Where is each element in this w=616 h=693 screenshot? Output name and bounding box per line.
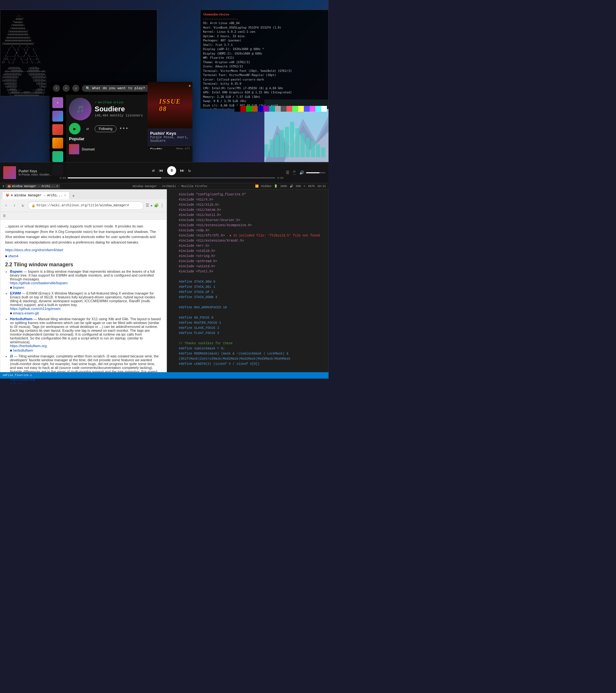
sysinfo-host: Host: VivoBook_ASUSLaptop X532FA S532FA …: [203, 26, 281, 29]
xfwm4-docs-link[interactable]: https://docs.xfce.org/xfce/xfwm4/start: [5, 248, 162, 253]
bspwm-title: Bspwm: [10, 270, 22, 273]
list-item-bspwm: Bspwm — bspwm is a tiling window manager…: [10, 270, 162, 290]
next-track-icon[interactable]: ⏭: [180, 168, 184, 173]
browser-menu-icon[interactable]: ⋮: [160, 203, 164, 208]
bspwm-aur-link[interactable]: ■ bspwm: [10, 285, 24, 290]
exwm-aur-link[interactable]: ■ emacs-exwm-git: [10, 311, 39, 315]
code-line: #include <pthread.h>: [170, 259, 326, 264]
volume-taskbar-level: 50%: [296, 185, 301, 188]
code-content: #include "config/config_fluorite.h" #inc…: [167, 190, 328, 375]
list-item-exwm: EXWM — EXWM (Emacs X Window Manager) is …: [10, 291, 162, 315]
brightness-icon: ☀: [303, 184, 305, 188]
sysinfo-separator: --------------------: [203, 17, 238, 21]
volume-icon[interactable]: 🔊: [299, 170, 304, 175]
code-line: #define MAX_WORKSPACES 10: [170, 305, 326, 310]
taskbar-window-title: Window manager - ArchWiki - Mozilla Fire…: [133, 185, 207, 188]
shuffle-button[interactable]: ⇄: [83, 124, 92, 133]
code-line-blank: [170, 274, 326, 279]
code-line: #define STACK_DEL 1: [170, 284, 326, 290]
code-line: #include <unistd.h>: [170, 264, 326, 269]
code-line: #define NO_FOCUS 0: [170, 315, 326, 320]
palette-color-aa00aa: [263, 106, 269, 112]
sidebar-library-icon[interactable]: ≡: [52, 97, 63, 108]
more-options-button[interactable]: •••: [119, 126, 128, 132]
now-playing-info: Pushin' Keys le Posse, Aseri, Soudier...: [19, 170, 57, 176]
artist-avatar: [69, 98, 92, 120]
sysinfo-terminal: Terminal: VictorMono Font (10pt, SemiBol…: [203, 69, 292, 73]
sysinfo-display2: Display (HDMI-2): 1920x1080 @ 60Hz: [203, 52, 262, 55]
chart-bar-11: [321, 147, 325, 157]
album-close-icon[interactable]: ✕: [188, 83, 191, 88]
queue-icon[interactable]: ☰: [286, 170, 290, 175]
xfwm4-aur-link[interactable]: ■ xfwm4: [5, 254, 18, 258]
palette-color-aaaaaa: [275, 106, 281, 112]
bookmark-icon[interactable]: ★: [151, 203, 153, 208]
main-content-area: 🦊 A Window manager - Archi... × + ‹ › ↻ …: [0, 189, 329, 379]
browser-refresh-button[interactable]: ↻: [20, 202, 26, 209]
code-editor: #include "config/config_fluorite.h" #inc…: [167, 189, 329, 375]
chart-bar-4: [285, 127, 289, 157]
palette-color-5555ff: [304, 106, 310, 112]
progress-track[interactable]: [68, 177, 275, 178]
code-line-blank: [170, 367, 326, 372]
prev-track-icon[interactable]: ⏮: [159, 168, 163, 173]
sysinfo-swap: Swap: 0 B / 3,70 GiB (0%): [203, 99, 246, 103]
color-palette: [235, 106, 327, 112]
browser-content: ...spaces or virtual desktops and native…: [0, 220, 166, 383]
reader-mode-icon[interactable]: ☰: [146, 203, 149, 208]
code-line: #define STACK_DOWN 3: [170, 295, 326, 300]
album-artist: Purple Posse, Aseri, Soudiere: [150, 136, 190, 143]
device-icon[interactable]: 📱: [292, 170, 297, 175]
forward-button[interactable]: ›: [63, 85, 69, 92]
extensions-icon[interactable]: 🧩: [154, 203, 159, 208]
progress-bar[interactable]: 2:24 4:53: [60, 176, 283, 179]
sidebar-item-2[interactable]: [52, 124, 63, 135]
total-time: 4:53: [277, 176, 283, 179]
browser-tabs-bar: 🦊 A Window manager - Archi... × +: [0, 190, 166, 199]
progress-fill: [68, 177, 161, 178]
play-pause-button[interactable]: ⏸: [167, 166, 176, 175]
following-button[interactable]: Following: [95, 125, 117, 132]
taskbar-app-item[interactable]: 🦊 Window manager - Archi... ×: [5, 184, 60, 188]
browser-back-button[interactable]: ‹: [3, 202, 9, 209]
herbstluftwm-aur-link[interactable]: ■ herbstluftwm: [10, 349, 33, 352]
tab-close-icon[interactable]: ×: [56, 185, 58, 188]
volume-control: ☰ 📱 🔊: [286, 170, 325, 175]
bookmarks-icon: ☰: [3, 214, 6, 218]
exwm-github-link[interactable]: https://github.com/ch11ng/exwm: [10, 307, 162, 311]
palette-color-ffffff: [321, 106, 327, 112]
tab-close-button[interactable]: ×: [64, 194, 66, 197]
sysinfo-gpu: GPU: Intel UHD Graphics 620 @ 1,15 GHz […: [203, 91, 292, 94]
browser-url-bar[interactable]: 🔒 https://wiki.archlinux.org/title/windo…: [28, 201, 144, 210]
shuffle-control-icon[interactable]: ⇄: [152, 168, 155, 173]
code-line: #include <X11/Xutil.h>: [170, 213, 326, 218]
search-icon: 🔍: [86, 86, 90, 91]
active-browser-tab[interactable]: 🦊 A Window manager - Archi... ×: [2, 192, 69, 199]
show-all-link[interactable]: Show all: [176, 147, 190, 149]
sidebar-item-3[interactable]: [52, 138, 63, 148]
home-button[interactable]: ⌂: [72, 85, 79, 92]
repeat-icon[interactable]: ↻: [188, 168, 191, 173]
i3-aur-link[interactable]: ■ i3-wm: [10, 382, 22, 383]
palette-color-aa5500: [252, 106, 258, 112]
code-line-comment: // Thanks suckless for these: [170, 341, 326, 346]
back-button[interactable]: ‹: [53, 85, 60, 92]
new-tab-button[interactable]: +: [70, 193, 77, 199]
sidebar-item-4[interactable]: [52, 151, 63, 162]
now-playing-thumbnail: [3, 166, 16, 179]
herbstluftwm-title: Herbstluftwm: [10, 317, 33, 321]
volume-bar[interactable]: [306, 172, 325, 173]
play-button[interactable]: ▶: [69, 123, 81, 134]
sidebar-item-1[interactable]: [52, 111, 63, 122]
volume-icons: ☰ 📱 🔊: [286, 170, 304, 175]
sysinfo-username: thomas@archvivo: [203, 13, 229, 16]
chart-bar-3: [280, 130, 284, 157]
sysinfo-display1: Display (eDP-1): 1920x1080 @ 60Hz *: [203, 47, 264, 51]
bspwm-github-link[interactable]: https://github.com/baskerville/bspwm: [10, 281, 162, 285]
workspace-number: 1: [3, 185, 4, 188]
herbstluftwm-link[interactable]: https://herbstluftwm.org: [10, 344, 162, 348]
palette-color-ffff55: [298, 106, 304, 112]
lock-icon: 🔒: [32, 204, 35, 207]
code-line: #include <X11/extensions/Xrandr.h>: [170, 238, 326, 243]
browser-forward-button[interactable]: ›: [11, 202, 18, 209]
